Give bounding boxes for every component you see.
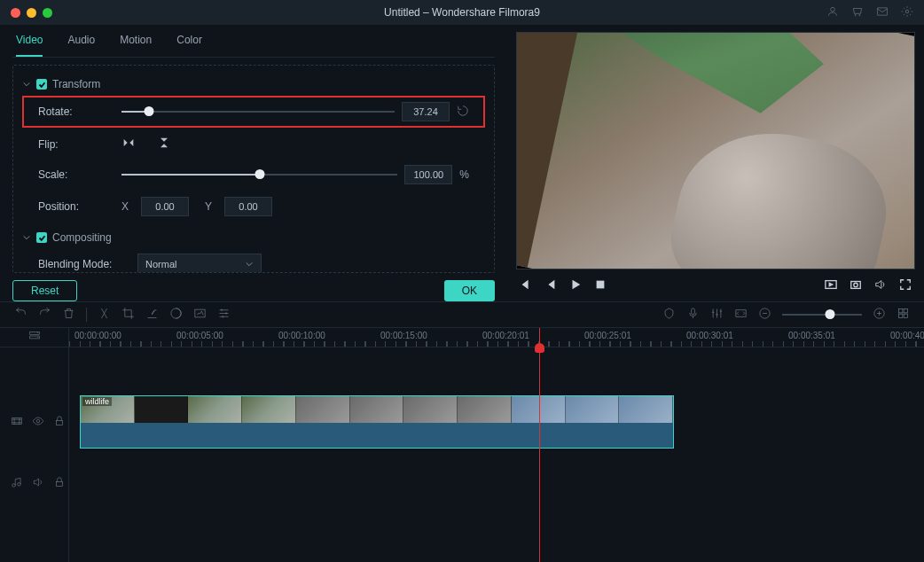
- position-label: Position:: [38, 200, 114, 213]
- ruler-timecode: 00:00:30:01: [686, 331, 733, 340]
- timeline-options-icon[interactable]: [897, 307, 910, 323]
- tab-motion[interactable]: Motion: [120, 34, 152, 57]
- scale-slider[interactable]: [121, 174, 397, 176]
- zoom-slider[interactable]: [782, 314, 862, 316]
- window-controls: [11, 8, 52, 18]
- render-preview-icon[interactable]: [825, 278, 837, 293]
- titlebar: Untitled – Wondershare Filmora9: [0, 0, 924, 25]
- video-track-icon[interactable]: [11, 415, 23, 430]
- reset-button[interactable]: Reset: [12, 280, 77, 301]
- mute-icon[interactable]: [32, 476, 44, 491]
- tab-color[interactable]: Color: [176, 34, 202, 57]
- maximize-window-button[interactable]: [43, 8, 52, 18]
- adjust-icon[interactable]: [217, 307, 231, 323]
- green-screen-icon[interactable]: [193, 307, 207, 323]
- crop-icon[interactable]: [121, 307, 135, 323]
- tab-video[interactable]: Video: [16, 34, 43, 57]
- scale-label: Scale:: [38, 168, 114, 181]
- blending-mode-select[interactable]: Normal: [137, 254, 262, 273]
- video-preview[interactable]: [516, 32, 915, 269]
- play-button[interactable]: [569, 278, 582, 293]
- redo-icon[interactable]: [38, 307, 51, 323]
- tab-audio[interactable]: Audio: [67, 34, 95, 57]
- cart-icon[interactable]: [851, 5, 864, 20]
- split-icon[interactable]: [98, 307, 111, 323]
- color-icon[interactable]: [169, 307, 183, 323]
- window-title: Untitled – Wondershare Filmora9: [384, 6, 540, 19]
- transform-label: Transform: [52, 78, 100, 90]
- ruler-timecode: 00:00:05:00: [176, 331, 223, 340]
- x-axis-label: X: [121, 200, 134, 213]
- rotate-value-input[interactable]: [402, 102, 450, 121]
- ruler-timecode: 00:00:20:01: [482, 331, 529, 340]
- blending-label: Blending Mode:: [38, 258, 130, 270]
- svg-point-6: [854, 283, 857, 286]
- playhead[interactable]: [539, 328, 540, 562]
- transform-checkbox[interactable]: [36, 79, 47, 90]
- lock-icon[interactable]: [53, 476, 66, 491]
- position-x-input[interactable]: [141, 197, 189, 216]
- ruler-timecode: 00:00:10:00: [278, 331, 325, 340]
- prev-frame-button[interactable]: [520, 278, 532, 293]
- video-track-header: [0, 395, 68, 449]
- lock-icon[interactable]: [53, 415, 66, 430]
- record-icon[interactable]: [686, 307, 700, 323]
- fit-icon[interactable]: [734, 307, 748, 323]
- rotate-slider[interactable]: [121, 111, 395, 113]
- manage-tracks-icon[interactable]: [28, 330, 41, 345]
- ruler-timecode: 00:00:00:00: [74, 331, 121, 340]
- flip-horizontal-button[interactable]: [121, 136, 136, 152]
- position-y-input[interactable]: [224, 197, 272, 216]
- mail-icon[interactable]: [876, 5, 889, 20]
- fullscreen-icon[interactable]: [899, 278, 912, 293]
- mixer-icon[interactable]: [710, 307, 724, 323]
- ruler-timecode: 00:00:40:01: [890, 331, 924, 340]
- rotate-reset-icon[interactable]: [457, 105, 469, 120]
- volume-icon[interactable]: [874, 278, 887, 293]
- delete-icon[interactable]: [62, 307, 75, 323]
- svg-rect-15: [899, 314, 903, 317]
- ruler-timecode: 00:00:35:01: [788, 331, 835, 340]
- play-backward-button[interactable]: [544, 278, 557, 293]
- video-track-lane[interactable]: wildlife: [69, 395, 924, 449]
- svg-rect-14: [904, 309, 907, 313]
- ruler-timecode: 00:00:25:01: [584, 331, 631, 340]
- scale-unit: %: [459, 168, 469, 181]
- flip-vertical-button[interactable]: [157, 136, 171, 152]
- svg-rect-8: [195, 309, 205, 317]
- account-icon[interactable]: [826, 5, 839, 20]
- stop-button[interactable]: [594, 278, 607, 293]
- transform-section-header[interactable]: Transform: [13, 74, 494, 94]
- ok-button[interactable]: OK: [444, 280, 495, 301]
- flip-label: Flip:: [38, 138, 114, 151]
- svg-rect-3: [597, 280, 605, 288]
- chevron-down-icon: [22, 233, 31, 242]
- settings-icon[interactable]: [901, 5, 913, 20]
- blending-mode-value: Normal: [145, 259, 176, 269]
- undo-icon[interactable]: [14, 307, 27, 323]
- scale-value-input[interactable]: [404, 165, 452, 184]
- scale-row: Scale: %: [13, 159, 494, 191]
- minimize-window-button[interactable]: [27, 8, 36, 18]
- audio-track-header: [0, 468, 68, 498]
- compositing-section-header[interactable]: Compositing: [13, 228, 494, 247]
- playback-controls: [516, 269, 915, 301]
- rotate-label: Rotate:: [38, 105, 114, 118]
- marker-icon[interactable]: [662, 307, 676, 323]
- svg-rect-16: [904, 314, 907, 317]
- snapshot-icon[interactable]: [850, 278, 862, 293]
- zoom-in-icon[interactable]: [873, 307, 886, 323]
- video-clip[interactable]: wildlife: [80, 395, 674, 449]
- properties-panel: Video Audio Motion Color Transform Rotat…: [0, 25, 507, 301]
- chevron-down-icon: [245, 260, 254, 269]
- y-axis-label: Y: [205, 200, 217, 213]
- audio-track-icon[interactable]: [11, 476, 23, 491]
- timeline-ruler[interactable]: 00:00:00:0000:00:05:0000:00:10:0000:00:1…: [69, 328, 924, 347]
- zoom-out-icon[interactable]: [758, 307, 771, 323]
- compositing-checkbox[interactable]: [36, 232, 47, 243]
- speed-icon[interactable]: [145, 307, 159, 323]
- close-window-button[interactable]: [11, 8, 20, 18]
- svg-rect-22: [57, 481, 63, 486]
- clip-audio-waveform: [81, 423, 673, 448]
- visibility-icon[interactable]: [32, 415, 44, 430]
